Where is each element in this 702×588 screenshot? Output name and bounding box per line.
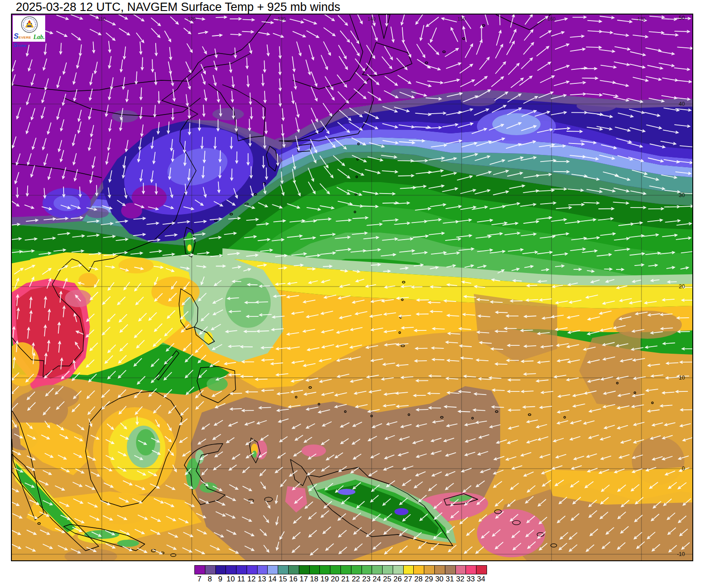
- colorbar-tick: 28: [413, 575, 424, 584]
- colorbar-cell: [194, 565, 205, 574]
- lab-seal-icon: [13, 15, 45, 33]
- lat-tick-label: 40: [679, 101, 685, 107]
- colorbar-tick: 33: [465, 575, 476, 584]
- colorbar-tick: 9: [215, 575, 226, 584]
- colorbar-cell: [340, 565, 351, 574]
- lon-tick-label: 120: [188, 16, 196, 22]
- wordmark-s1: S: [14, 32, 18, 40]
- colorbar-tick: 22: [351, 575, 362, 584]
- colorbar-tick: 12: [246, 575, 257, 584]
- colorbar-tick: 34: [476, 575, 487, 584]
- colorbar-tick: 16: [288, 575, 299, 584]
- lon-tick-label: 150: [458, 16, 466, 22]
- lat-tick-label: -10: [677, 551, 685, 557]
- colorbar-cell: [351, 565, 362, 574]
- colorbar-cell: [382, 565, 393, 574]
- lab-wordmark: SEVERE STORM Lab.: [14, 32, 45, 42]
- colorbar-tick: 26: [392, 575, 403, 584]
- temperature-colorbar: [194, 565, 487, 574]
- colorbar-tick: 19: [319, 575, 330, 584]
- wordmark-lab: Lab.: [33, 34, 45, 41]
- lat-tick-label: 50: [679, 15, 685, 21]
- wordmark-s2: S: [14, 42, 17, 48]
- lon-tick-label: 130: [278, 16, 286, 22]
- colorbar-tick: 21: [340, 575, 351, 584]
- temperature-wind-field: 11012013014015016017050403020100-10: [12, 14, 692, 562]
- colorbar-tick: 7: [194, 575, 205, 584]
- colorbar-cell: [434, 565, 445, 574]
- colorbar-cell: [257, 565, 268, 574]
- colorbar-cell: [309, 565, 320, 574]
- map-panel: 11012013014015016017050403020100-10 SEVE…: [11, 14, 693, 561]
- colorbar-cell: [362, 565, 372, 574]
- colorbar-tick: 18: [309, 575, 320, 584]
- colorbar-tick-labels: 7891011121314151617181920212223242526272…: [194, 575, 487, 584]
- colorbar-cell: [205, 565, 216, 574]
- colorbar-tick: 13: [257, 575, 268, 584]
- severe-storm-lab-logo: SEVERE STORM Lab.: [13, 15, 45, 42]
- colorbar-tick: 27: [403, 575, 414, 584]
- colorbar-tick: 25: [382, 575, 393, 584]
- colorbar-tick: 30: [434, 575, 445, 584]
- lat-tick-label: 10: [679, 375, 685, 381]
- colorbar-cell: [466, 565, 476, 574]
- colorbar-tick: 17: [298, 575, 309, 584]
- lon-tick-label: 110: [98, 16, 106, 22]
- colorbar-tick: 31: [444, 575, 455, 584]
- colorbar-cell: [267, 565, 278, 574]
- lon-tick-label: 160: [548, 16, 555, 22]
- wordmark-storm: TORM: [17, 44, 27, 47]
- weather-chart-page: 2025-03-28 12 UTC, NAVGEM Surface Temp +…: [0, 0, 702, 588]
- lon-tick-label: 170: [638, 16, 645, 22]
- colorbar-tick: 8: [204, 575, 215, 584]
- lat-tick-label: 30: [679, 192, 685, 198]
- colorbar-cell: [236, 565, 247, 574]
- lat-tick-label: 0: [682, 466, 685, 472]
- colorbar-cell: [372, 565, 383, 574]
- lon-tick-label: 140: [368, 16, 376, 22]
- colorbar-tick: 10: [225, 575, 236, 584]
- colorbar-cell: [403, 565, 414, 574]
- lat-tick-label: 20: [679, 283, 685, 290]
- colorbar-tick: 20: [330, 575, 340, 584]
- colorbar-cell: [455, 565, 466, 574]
- colorbar-cell: [247, 565, 258, 574]
- chart-title: 2025-03-28 12 UTC, NAVGEM Surface Temp +…: [16, 0, 340, 14]
- colorbar-cell: [288, 565, 299, 574]
- colorbar-tick: 15: [277, 575, 288, 584]
- colorbar-tick: 23: [361, 575, 372, 584]
- colorbar-tick: 24: [371, 575, 382, 584]
- colorbar-tick: 11: [236, 575, 247, 584]
- colorbar-tick: 29: [423, 575, 434, 584]
- wordmark-severe: EVERE: [18, 36, 31, 39]
- colorbar-cell: [393, 565, 404, 574]
- colorbar-cell: [226, 565, 236, 574]
- colorbar-cell: [330, 565, 341, 574]
- colorbar-cell: [215, 565, 226, 574]
- colorbar-tick: 32: [455, 575, 466, 584]
- colorbar-cell: [319, 565, 330, 574]
- colorbar-cell: [413, 565, 424, 574]
- colorbar-cell: [476, 565, 487, 574]
- colorbar-cell: [424, 565, 435, 574]
- colorbar-cell: [299, 565, 310, 574]
- colorbar-cell: [445, 565, 456, 574]
- colorbar-cell: [278, 565, 289, 574]
- colorbar-tick: 14: [267, 575, 278, 584]
